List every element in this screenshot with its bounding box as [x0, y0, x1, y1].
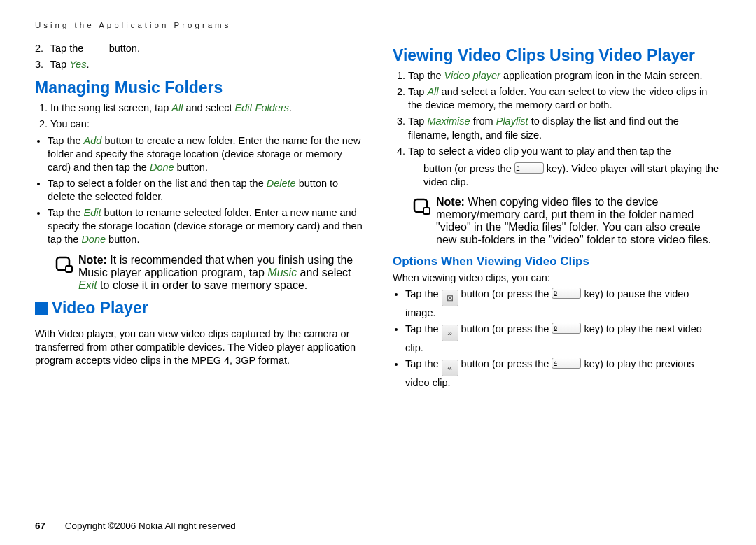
key-6-icon — [552, 323, 581, 334]
step-3: 3. Tap Yes. — [35, 58, 363, 71]
opt-next: Tap the » button (or press the key) to p… — [405, 323, 721, 355]
v-step-3: Tap Maximise from Playlist to display th… — [408, 115, 721, 141]
ui-add: Add — [84, 135, 102, 146]
mf-step-1: In the song list screen, tap All and sel… — [50, 101, 363, 115]
right-column: Viewing Video Clips Using Video Player T… — [393, 39, 721, 514]
ui-all-2: All — [427, 86, 438, 97]
bullet-add: Tap the Add button to create a new folde… — [48, 134, 363, 174]
key-4-icon — [552, 358, 581, 369]
v-step-4: Tap to select a video clip you want to p… — [408, 145, 721, 189]
step-2: 2. Tap the button. — [35, 42, 363, 55]
heading-managing-music-folders: Managing Music Folders — [35, 78, 363, 97]
viewing-steps: Tap the Video player application program… — [393, 69, 721, 189]
ui-maximise: Maximise — [427, 115, 470, 127]
opt-prev: Tap the « button (or press the key) to p… — [405, 358, 721, 390]
bullet-edit: Tap the Edit button to rename selected f… — [48, 206, 363, 246]
bullet-delete: Tap to select a folder on the list and t… — [48, 177, 363, 204]
note-video-folder: Note: When copying video files to the de… — [412, 196, 721, 246]
note-label-2: Note: — [436, 196, 468, 208]
heading-options: Options When Viewing Video Clips — [393, 255, 721, 269]
heading-viewing-clips: Viewing Video Clips Using Video Player — [393, 46, 721, 65]
mf-step-2: You can: — [50, 118, 363, 131]
left-column: 2. Tap the button. 3. Tap Yes. Managing … — [35, 39, 363, 514]
options-bullets: Tap the ⊠ button (or press the key) to p… — [393, 288, 721, 390]
ui-done-2: Done — [81, 234, 106, 245]
ui-done: Done — [150, 162, 174, 173]
prev-icon: « — [442, 360, 458, 376]
opt-pause: Tap the ⊠ button (or press the key) to p… — [405, 288, 721, 320]
key-5-icon — [514, 162, 544, 174]
note-label: Note: — [78, 254, 110, 266]
ui-video-player: Video player — [444, 70, 500, 81]
ui-exit: Exit — [78, 279, 97, 291]
key-5-icon-2 — [552, 288, 581, 299]
ui-delete: Delete — [267, 178, 296, 189]
page-footer: 67 Copyright ©2006 Nokia All right reser… — [35, 521, 721, 531]
ui-yes: Yes — [69, 59, 86, 70]
note-icon — [55, 255, 73, 276]
ui-all: All — [172, 102, 183, 113]
next-icon: » — [442, 325, 458, 341]
ui-edit-folders: Edit Folders — [235, 102, 289, 113]
manage-folders-steps: In the song list screen, tap All and sel… — [35, 101, 363, 131]
v-step-2: Tap All and select a folder. You can sel… — [408, 85, 721, 112]
heading-video-player: Video Player — [35, 299, 363, 318]
svg-rect-1 — [66, 266, 72, 272]
copyright: Copyright ©2006 Nokia All right reserved — [65, 521, 236, 531]
pause-icon: ⊠ — [442, 290, 458, 306]
running-header: Using the Application Programs — [35, 21, 721, 29]
manage-folders-bullets: Tap the Add button to create a new folde… — [35, 134, 363, 247]
v-step-1: Tap the Video player application program… — [408, 69, 721, 83]
options-intro: When viewing video clips, you can: — [393, 271, 721, 285]
note-icon-2 — [412, 197, 430, 218]
ui-music: Music — [267, 267, 297, 278]
step-list-continued: 2. Tap the button. 3. Tap Yes. — [35, 42, 363, 71]
column-container: 2. Tap the button. 3. Tap Yes. Managing … — [35, 39, 721, 514]
svg-rect-3 — [424, 208, 430, 214]
v-step-4-sub: button (or press the key). Video player … — [424, 162, 721, 189]
note-music-exit: Note: It is recommended that when you fi… — [55, 254, 363, 292]
ui-playlist: Playlist — [496, 115, 528, 127]
video-player-intro: With Video player, you can view video cl… — [35, 327, 363, 367]
ui-edit: Edit — [84, 207, 102, 218]
page-number: 67 — [35, 521, 46, 531]
